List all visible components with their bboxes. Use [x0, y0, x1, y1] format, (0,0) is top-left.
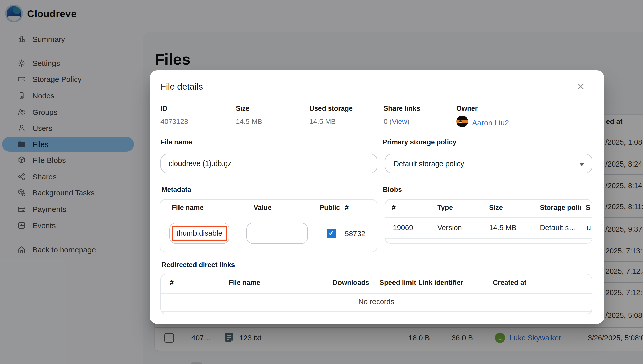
blob-type-cell: Version — [437, 224, 462, 232]
blobs-header-size: Size — [489, 204, 503, 212]
links-header-name: File name — [229, 279, 260, 287]
storage-policy-selected-value: Default storage policy — [394, 160, 464, 168]
share-links-label: Share links — [384, 105, 420, 113]
blob-id-cell: 19069 — [393, 224, 413, 232]
metadata-section-title: Metadata — [162, 186, 191, 194]
public-checkbox[interactable]: ✓ — [327, 229, 336, 238]
metadata-header-public: Public — [319, 204, 343, 212]
close-icon[interactable]: ✕ — [574, 80, 588, 94]
id-label: ID — [160, 105, 167, 113]
owner-name-link[interactable]: Aaron Liu2 — [472, 119, 509, 127]
table-divider — [161, 293, 592, 294]
share-count: 0 ( — [384, 118, 392, 125]
used-storage-label: Used storage — [309, 105, 353, 113]
blobs-section-title: Blobs — [383, 186, 402, 194]
table-divider — [161, 311, 592, 312]
blob-policy-link[interactable]: Default s… — [540, 224, 576, 232]
file-name-label: File name — [160, 138, 192, 146]
primary-storage-policy-label: Primary storage policy — [383, 138, 456, 146]
owner-avatar[interactable] — [456, 116, 468, 127]
table-divider — [160, 219, 377, 219]
size-value: 14.5 MB — [236, 118, 262, 126]
metadata-table: File name Value Public # thumb:disable ✓… — [160, 199, 377, 252]
storage-policy-select[interactable]: Default storage policy — [385, 154, 592, 173]
size-label: Size — [236, 105, 249, 113]
id-value: 4073128 — [160, 118, 188, 126]
links-header-downloads: Downloads — [333, 279, 369, 287]
metadata-key-input[interactable]: thumb:disable — [169, 223, 229, 244]
links-header-created: Created at — [493, 279, 526, 287]
blob-size-cell: 14.5 MB — [489, 224, 516, 232]
blobs-header-id: # — [392, 204, 396, 212]
metadata-header-id: # — [345, 204, 349, 212]
used-storage-value: 14.5 MB — [309, 118, 336, 126]
links-header-id: # — [170, 279, 174, 287]
links-header-identifier: Link identifier — [418, 279, 463, 287]
share-links-value: 0 (View) — [384, 118, 409, 126]
table-divider — [385, 217, 592, 218]
redirected-links-section-title: Redirected direct links — [162, 261, 235, 269]
links-header-speed: Speed limit — [380, 279, 416, 287]
no-records-message: No records — [161, 298, 592, 306]
app-root: Cloudreve Summary Settings Storage Polic… — [0, 0, 643, 364]
blobs-table: # Type Size Storage policy S 19069 Versi… — [385, 199, 592, 244]
blob-extra-cell: u — [587, 224, 592, 232]
view-link[interactable]: View — [392, 118, 407, 125]
blobs-header-type: Type — [437, 204, 453, 212]
metadata-id-cell: 58732 — [345, 230, 365, 238]
file-details-modal: File details ✕ ID 4073128 Size 14.5 MB U… — [150, 70, 604, 324]
blobs-header-policy: Storage policy — [540, 204, 581, 212]
table-divider — [160, 246, 377, 246]
metadata-key-value: thumb:disable — [176, 229, 222, 238]
avatar-emblem-icon — [459, 120, 462, 123]
metadata-header-value: Value — [254, 204, 272, 212]
chevron-down-icon — [579, 163, 585, 166]
table-divider — [385, 238, 592, 239]
blobs-header-extra: S — [586, 204, 592, 212]
metadata-header-name: File name — [172, 204, 204, 212]
metadata-value-input[interactable] — [246, 223, 308, 244]
annotation-highlight-box: thumb:disable — [172, 226, 227, 241]
redirected-links-table: # File name Downloads Speed limit Link i… — [160, 274, 592, 314]
modal-title: File details — [160, 82, 203, 92]
file-name-input[interactable] — [161, 154, 377, 173]
owner-label: Owner — [456, 105, 478, 113]
share-suffix: ) — [407, 118, 409, 125]
file-name-input-wrap — [160, 154, 377, 173]
